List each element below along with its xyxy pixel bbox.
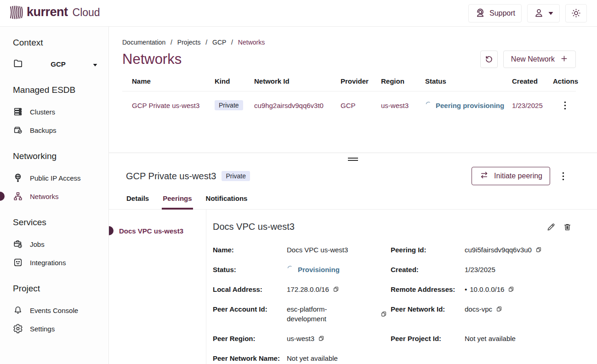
page-title: Networks [122,51,182,68]
field-label-status: Status: [213,265,287,274]
peering-list: Docs VPC us-west3 [109,210,206,364]
breadcrumb-gcp[interactable]: GCP [212,39,226,46]
sidebar: Context GCP Managed ESDB [0,27,109,364]
tab-details[interactable]: Details [125,194,150,210]
column-header-actions: Actions [553,77,578,85]
clusters-icon [13,107,23,117]
field-label-name: Name: [213,245,287,255]
field-label-created: Created: [391,265,465,274]
kebab-icon [562,172,564,181]
breadcrumb: Documentation / Projects / GCP / Network… [122,39,576,46]
column-header-provider: Provider [341,77,381,85]
panel-resize-handle[interactable] [348,158,358,162]
topbar-actions: Support [468,4,587,23]
sidebar-item-networks[interactable]: Networks [0,187,108,205]
copy-peering-id-button[interactable] [535,246,542,253]
support-label: Support [489,9,515,17]
copy-icon [318,335,324,342]
table-header-row: Name Kind Network Id Provider Region Sta… [122,77,576,91]
trash-icon [563,222,572,232]
sidebar-item-label: Settings [30,325,55,333]
field-value-peer-network-id: docs-vpc [465,304,572,314]
new-network-button[interactable]: New Network [503,51,576,68]
field-label-peer-network-name: Peer Network Name: [213,353,287,363]
account-menu-button[interactable] [527,4,560,23]
refresh-button[interactable] [480,51,498,68]
sidebar-item-integrations[interactable]: Integrations [0,253,108,272]
copy-icon [381,311,387,318]
copy-peer-network-id-button[interactable] [496,306,502,313]
tab-notifications[interactable]: Notifications [205,194,249,210]
sidebar-item-backups[interactable]: Backups [0,121,108,139]
field-value-status: Provisioning [287,265,391,274]
sidebar-item-label: Public IP Access [30,174,81,182]
sidebar-item-clusters[interactable]: Clusters [0,102,108,121]
peering-item-label: Docs VPC us-west3 [119,227,183,235]
field-value-peering-id: cu9i5fairsdv9qq6v3u0 [465,245,572,255]
cell-provider: GCP [341,102,381,109]
peering-list-item[interactable]: Docs VPC us-west3 [109,224,206,237]
kebab-icon [564,101,566,110]
copy-remote-addresses-button[interactable] [508,286,514,293]
edit-peering-button[interactable] [546,222,556,232]
bullet-glyph: • [465,284,467,294]
field-label-peer-project-id: Peer Project Id: [391,334,465,343]
outlet-icon [13,257,23,267]
top-bar: kurrent Cloud Support [0,0,597,27]
context-selected-value: GCP [23,60,93,68]
sidebar-item-label: Clusters [30,108,55,116]
network-detail-panel: GCP Private us-west3 Private Initiate pe… [109,153,597,364]
peering-detail: Docs VPC us-west3 [206,210,597,364]
delete-peering-button[interactable] [563,222,572,232]
field-label-local-address: Local Address: [213,284,287,294]
sidebar-item-events-console[interactable]: Events Console [0,301,108,319]
initiate-peering-label: Initiate peering [494,172,542,180]
panel-kebab-menu-button[interactable] [557,170,569,182]
row-kebab-menu-button[interactable] [558,99,571,112]
sidebar-item-jobs[interactable]: Jobs [0,235,108,253]
field-label-peering-id: Peering Id: [391,245,465,255]
breadcrumb-documentation[interactable]: Documentation [122,39,165,46]
field-value-peer-project-id: Not yet available [465,334,572,343]
field-label-peer-account-id: Peer Account Id: [213,304,287,314]
column-header-kind: Kind [215,77,254,85]
theme-toggle-button[interactable] [565,4,587,23]
breadcrumb-networks: Networks [238,39,265,46]
copy-peer-region-button[interactable] [318,335,324,342]
sidebar-item-label: Networks [30,193,59,200]
kurrent-waves-icon [9,5,23,22]
copy-local-address-button[interactable] [333,286,339,293]
copy-icon [508,286,514,293]
field-label-remote-addresses: Remote Addresses: [391,284,465,294]
spinner-icon [287,265,294,274]
tab-peerings[interactable]: Peerings [162,194,193,210]
sidebar-heading-networking: Networking [0,151,108,161]
folder-icon [13,58,23,70]
cell-region: us-west3 [381,102,425,109]
sun-icon [571,8,581,18]
globe-icon [13,173,23,183]
kind-badge: Private [215,100,243,110]
support-button[interactable]: Support [468,4,522,23]
support-headset-icon [475,8,485,18]
peering-fields: Name: Docs VPC us-west3 Peering Id: cu9i… [213,245,572,363]
initiate-peering-button[interactable]: Initiate peering [472,167,550,185]
field-value-peer-network-name: Not yet available [287,353,391,363]
copy-peer-account-id-button[interactable] [381,311,387,318]
panel-tabs: Details Peerings Notifications [109,194,597,210]
sidebar-heading-project: Project [0,284,108,294]
sidebar-item-public-ip-access[interactable]: Public IP Access [0,169,108,187]
table-row[interactable]: GCP Private us-west3 Private cu9hg2airsd… [122,91,576,119]
breadcrumb-separator: / [205,39,207,46]
gear-icon [13,324,23,334]
status-text: Peering provisioning [436,102,504,109]
sidebar-item-settings[interactable]: Settings [0,319,108,338]
context-selector[interactable]: GCP [0,55,108,73]
cell-name[interactable]: GCP Private us-west3 [132,102,215,109]
column-header-name: Name [132,77,215,85]
selected-peering-indicator [109,226,114,235]
breadcrumb-separator: / [171,39,172,46]
spinner-icon [425,101,432,109]
breadcrumb-projects[interactable]: Projects [177,39,201,46]
kurrent-cloud-logo[interactable]: kurrent Cloud [9,5,100,22]
